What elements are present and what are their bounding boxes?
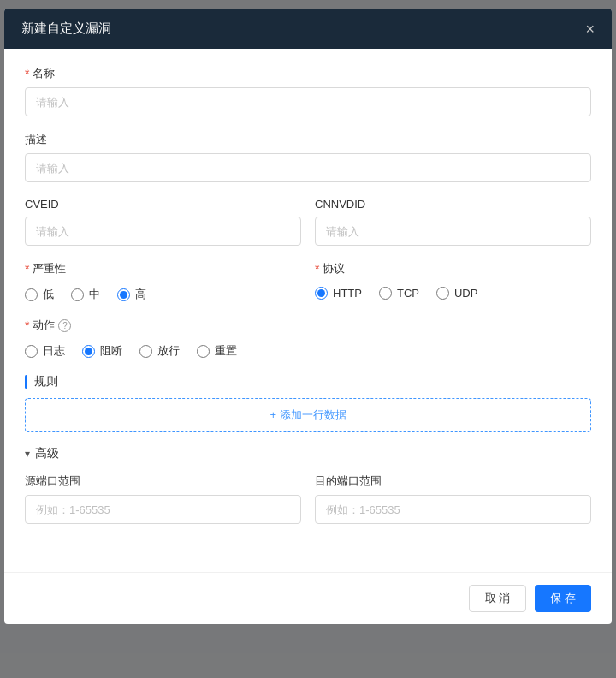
dst-port-label: 目的端口范围 (315, 473, 591, 489)
advanced-section: ▾ 高级 源端口范围 目的端口范围 (25, 446, 591, 539)
severity-medium[interactable]: 中 (71, 287, 100, 302)
severity-label: * 严重性 (25, 261, 301, 277)
modal-dialog: 新建自定义漏洞 × * 名称 描述 (4, 9, 612, 624)
severity-low-radio[interactable] (25, 288, 38, 301)
protocol-tcp[interactable]: TCP (379, 287, 419, 300)
action-label: * 动作 ? (25, 318, 591, 333)
required-star-protocol: * (315, 262, 319, 276)
severity-label-text: 严重性 (33, 261, 66, 277)
protocol-label: * 协议 (315, 261, 591, 277)
protocol-udp[interactable]: UDP (436, 287, 477, 300)
protocol-udp-label: UDP (454, 287, 477, 300)
severity-radio-group: 低 中 高 (25, 283, 301, 302)
modal-title: 新建自定义漏洞 (21, 21, 111, 37)
rules-section: 规则 + 添加一行数据 (25, 374, 591, 432)
cveid-group: CVEID (25, 198, 301, 246)
action-label-text: 动作 (33, 318, 55, 333)
modal-body: * 名称 描述 CVEID CNNVDID (4, 49, 612, 572)
cnnvdid-label: CNNVDID (315, 198, 591, 211)
protocol-http-label: HTTP (333, 287, 362, 300)
action-reset-radio[interactable] (197, 345, 210, 358)
action-block-label: 阻断 (100, 343, 122, 359)
dst-port-group: 目的端口范围 (315, 473, 591, 524)
name-label: * 名称 (25, 66, 591, 81)
rules-label: 规则 (34, 374, 58, 390)
protocol-tcp-radio[interactable] (379, 287, 392, 300)
close-button[interactable]: × (585, 21, 595, 37)
required-star-action: * (25, 318, 29, 332)
action-pass[interactable]: 放行 (139, 343, 180, 359)
modal-header: 新建自定义漏洞 × (4, 9, 612, 49)
severity-col: * 严重性 低 中 高 (25, 261, 301, 302)
name-label-text: 名称 (33, 66, 55, 81)
protocol-http[interactable]: HTTP (315, 287, 362, 300)
cnnvdid-input[interactable] (315, 217, 591, 246)
cancel-button[interactable]: 取 消 (469, 585, 527, 612)
action-pass-label: 放行 (157, 343, 180, 359)
rules-bar-icon (25, 375, 27, 389)
rules-header: 规则 (25, 374, 591, 390)
chevron-down-icon: ▾ (25, 448, 30, 460)
action-block-radio[interactable] (82, 345, 95, 358)
action-help-icon[interactable]: ? (58, 319, 71, 332)
desc-label: 描述 (25, 132, 591, 147)
id-row: CVEID CNNVDID (25, 198, 591, 261)
action-reset[interactable]: 重置 (197, 343, 237, 359)
severity-high[interactable]: 高 (117, 287, 146, 302)
port-row: 源端口范围 目的端口范围 (25, 473, 591, 539)
save-button[interactable]: 保 存 (535, 585, 591, 612)
name-group: * 名称 (25, 66, 591, 116)
advanced-toggle[interactable]: ▾ 高级 (25, 446, 591, 461)
protocol-udp-radio[interactable] (436, 287, 449, 300)
severity-low[interactable]: 低 (25, 287, 54, 302)
protocol-col: * 协议 HTTP TCP (315, 261, 591, 302)
cveid-label: CVEID (25, 198, 301, 211)
dst-port-input[interactable] (315, 495, 591, 524)
action-radio-group: 日志 阻断 放行 重置 (25, 340, 591, 359)
protocol-http-radio[interactable] (315, 287, 328, 300)
modal-overlay: 新建自定义漏洞 × * 名称 描述 (0, 0, 616, 678)
action-log-radio[interactable] (25, 345, 38, 358)
protocol-label-text: 协议 (323, 261, 345, 277)
action-block[interactable]: 阻断 (82, 343, 122, 359)
protocol-radio-group: HTTP TCP UDP (315, 283, 591, 300)
severity-high-label: 高 (135, 287, 146, 302)
action-group: * 动作 ? 日志 阻断 放行 (25, 318, 591, 359)
cveid-input[interactable] (25, 217, 301, 246)
action-log-label: 日志 (43, 343, 65, 359)
name-input[interactable] (25, 87, 591, 116)
action-log[interactable]: 日志 (25, 343, 65, 359)
required-star-name: * (25, 67, 29, 80)
add-row-label: + 添加一行数据 (270, 407, 346, 423)
cnnvdid-group: CNNVDID (315, 198, 591, 246)
desc-group: 描述 (25, 132, 591, 182)
advanced-label: 高级 (35, 446, 59, 461)
severity-medium-label: 中 (89, 287, 100, 302)
severity-medium-radio[interactable] (71, 288, 84, 301)
desc-input[interactable] (25, 153, 591, 182)
severity-low-label: 低 (43, 287, 54, 302)
required-star-severity: * (25, 262, 29, 276)
modal-footer: 取 消 保 存 (4, 572, 612, 624)
desc-label-text: 描述 (25, 132, 47, 147)
src-port-label: 源端口范围 (25, 473, 301, 489)
severity-high-radio[interactable] (117, 288, 130, 301)
action-pass-radio[interactable] (139, 345, 152, 358)
src-port-input[interactable] (25, 495, 301, 524)
src-port-group: 源端口范围 (25, 473, 301, 524)
add-row-button[interactable]: + 添加一行数据 (25, 398, 591, 432)
protocol-tcp-label: TCP (397, 287, 419, 300)
action-reset-label: 重置 (215, 343, 237, 359)
severity-protocol-row: * 严重性 低 中 高 (25, 261, 591, 302)
